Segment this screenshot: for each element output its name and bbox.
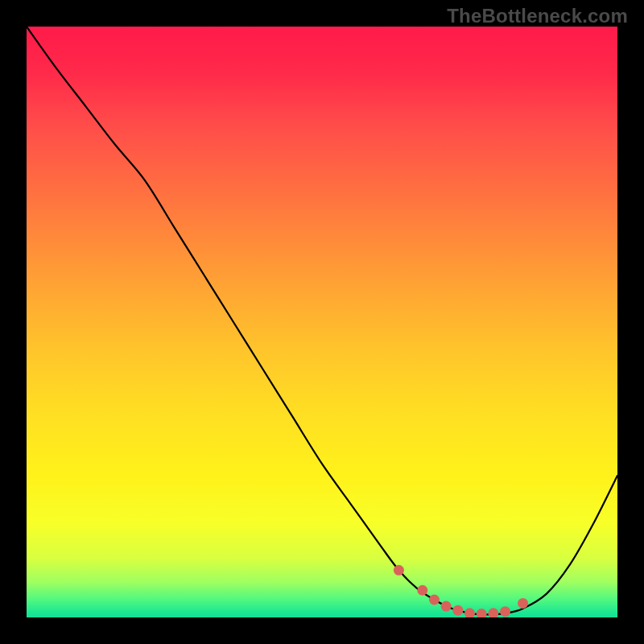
chart-marker	[488, 608, 498, 617]
chart-plot-area	[27, 27, 617, 617]
chart-marker	[429, 594, 440, 605]
chart-marker	[441, 601, 452, 612]
chart-curve-layer	[27, 27, 617, 617]
chart-marker	[500, 606, 510, 617]
chart-marker	[464, 608, 475, 617]
chart-marker	[417, 585, 427, 596]
chart-marker	[477, 609, 487, 617]
chart-marker-group	[394, 565, 528, 617]
chart-marker	[518, 598, 528, 609]
chart-marker	[394, 565, 404, 576]
watermark-text: TheBottleneck.com	[447, 5, 628, 27]
chart-curve	[27, 27, 617, 614]
chart-marker	[452, 605, 463, 616]
